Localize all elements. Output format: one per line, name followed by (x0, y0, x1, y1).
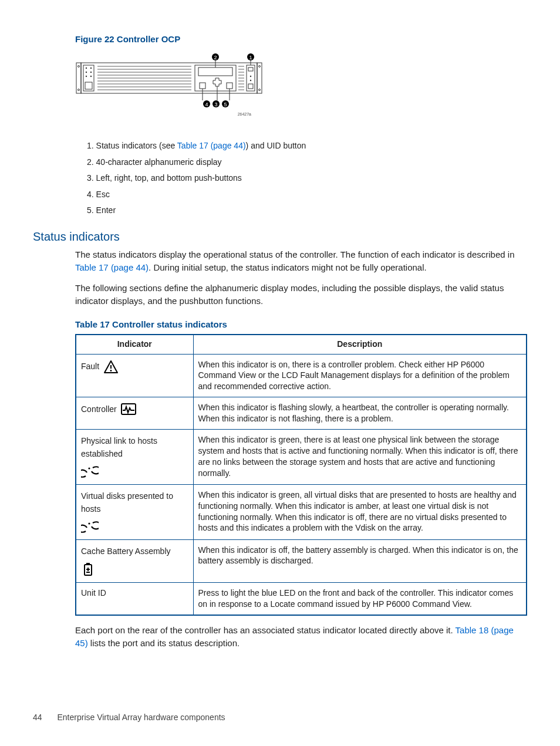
link-table17[interactable]: Table 17 (page 44) (177, 141, 246, 150)
indicator-description: Press to light the blue LED on the front… (193, 582, 527, 615)
svg-point-22 (90, 76, 92, 77)
indicator-label: Unit ID (81, 588, 106, 598)
svg-text:26427a: 26427a (238, 112, 251, 116)
svg-point-21 (86, 76, 87, 77)
table-row: Virtual disks presented to hosts When th… (76, 484, 527, 539)
svg-point-17 (86, 67, 87, 69)
status-indicators-table: Indicator Description Fault When this in… (75, 334, 527, 616)
indicator-label: Cache Battery Assembly (81, 545, 171, 558)
column-header: Description (193, 335, 527, 354)
svg-point-19 (86, 72, 87, 73)
fault-icon (103, 359, 119, 374)
svg-text:5: 5 (224, 102, 227, 107)
link-icon (81, 519, 99, 535)
table-row: Cache Battery Assembly When this indicat… (76, 539, 527, 582)
table-row: Physical link to hosts established When … (76, 430, 527, 485)
paragraph: The status indicators display the operat… (75, 248, 527, 274)
svg-point-12 (78, 66, 80, 67)
page-footer: 44 Enterprise Virtual Array hardware com… (33, 712, 225, 724)
indicator-description: When this indicator is on, there is a co… (193, 354, 527, 397)
legend-item: 5. Enter (87, 205, 527, 217)
indicator-label: Physical link to hosts established (81, 434, 188, 461)
figure-legend: 1. Status indicators (see Table 17 (page… (75, 140, 527, 217)
svg-rect-23 (85, 82, 92, 89)
svg-point-49 (250, 80, 251, 81)
indicator-label: Fault (81, 360, 99, 373)
figure-caption: Figure 22 Controller OCP (75, 33, 527, 45)
svg-rect-50 (248, 84, 253, 89)
table-header-row: Indicator Description (76, 335, 527, 354)
legend-item: 4. Esc (87, 189, 527, 201)
page-number: 44 (33, 713, 42, 722)
svg-point-14 (259, 66, 261, 67)
indicator-label: Controller (81, 403, 117, 416)
battery-icon (81, 561, 95, 578)
legend-item: 1. Status indicators (see Table 17 (page… (87, 140, 527, 152)
paragraph: The following sections define the alphan… (75, 282, 527, 308)
indicator-description: When this indicator is flashing slowly, … (193, 397, 527, 430)
section-heading: Status indicators (33, 228, 527, 245)
column-header: Indicator (76, 335, 193, 354)
figure-diagram: 2 1 4 3 5 26427a (75, 50, 527, 126)
svg-point-48 (250, 76, 251, 77)
link-icon (81, 464, 99, 480)
indicator-description: When this indicator is off, the battery … (193, 539, 527, 582)
footer-section: Enterprise Virtual Array hardware compon… (57, 713, 225, 722)
document-page: Figure 22 Controller OCP (0, 0, 560, 746)
legend-item: 3. Left, right, top, and bottom push-but… (87, 173, 527, 184)
table-caption: Table 17 Controller status indicators (75, 318, 527, 330)
table-row: Fault When this indicator is on, there i… (76, 354, 527, 397)
table-row: Controller When this indicator is flashi… (76, 397, 527, 430)
link-table17[interactable]: Table 17 (page 44) (75, 262, 149, 272)
svg-rect-46 (247, 65, 255, 91)
indicator-label: Virtual disks presented to hosts (81, 490, 188, 516)
svg-point-15 (259, 89, 261, 91)
svg-point-13 (78, 89, 80, 91)
table-row: Unit ID Press to light the blue LED on t… (76, 582, 527, 615)
indicator-description: When this indicator is green, all virtua… (193, 484, 527, 539)
svg-rect-47 (248, 67, 253, 71)
svg-text:3: 3 (214, 102, 217, 107)
svg-text:4: 4 (205, 102, 208, 107)
heartbeat-icon (120, 402, 137, 416)
svg-point-18 (90, 67, 92, 69)
legend-item: 2. 40-character alphanumeric display (87, 157, 527, 168)
paragraph: Each port on the rear of the controller … (75, 624, 527, 650)
svg-point-20 (90, 72, 92, 73)
svg-text:2: 2 (214, 55, 217, 60)
svg-text:1: 1 (249, 55, 252, 60)
indicator-description: When this indicator is green, there is a… (193, 430, 527, 485)
